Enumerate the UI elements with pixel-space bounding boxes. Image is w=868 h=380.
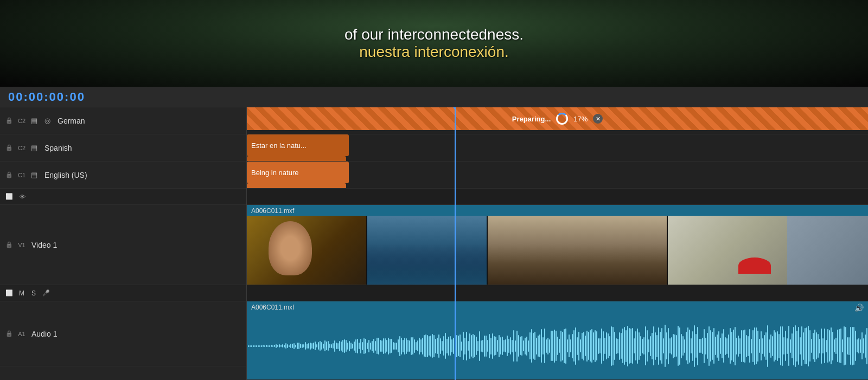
waveform-bar	[406, 338, 407, 354]
waveform-bar	[272, 345, 273, 347]
video-thumb-4	[668, 216, 787, 285]
waveform-bar	[411, 337, 412, 355]
waveform-bar	[559, 339, 560, 353]
lock-icon-spanish[interactable]	[4, 143, 14, 153]
waveform-bar	[360, 339, 361, 353]
waveform-bar	[722, 333, 723, 358]
waveform-bar	[549, 339, 550, 353]
lock-icon-german[interactable]	[4, 116, 14, 126]
waveform-bar	[637, 329, 638, 364]
view-icon-german[interactable]	[42, 116, 52, 126]
waveform-bar	[461, 342, 462, 351]
waveform-bar	[342, 340, 343, 352]
waveform-bar	[748, 336, 749, 356]
audio-clip[interactable]: A006C011.mxf 🔊	[247, 301, 868, 379]
waveform-bar	[738, 336, 739, 357]
waveform-bar	[735, 327, 736, 365]
subtitle-icon-spanish[interactable]	[29, 143, 39, 153]
waveform-bar	[380, 340, 381, 352]
waveform-bar	[741, 330, 742, 362]
waveform-bar	[608, 333, 609, 358]
waveform-bar	[840, 329, 841, 363]
waveform-bar	[313, 343, 314, 349]
waveform-bar	[746, 335, 747, 357]
waveform-bar	[250, 345, 251, 347]
waveform-bar	[590, 330, 591, 362]
waveform-bar	[531, 329, 532, 363]
waveform-bar	[665, 325, 666, 367]
waveform-bar	[386, 340, 387, 352]
subtitle-english: of our interconnectedness.	[344, 26, 524, 43]
solo-label[interactable]: S	[29, 289, 38, 297]
video-clip[interactable]: A006C011.mxf	[247, 205, 868, 285]
waveform-bar	[704, 329, 705, 363]
waveform-bar	[526, 337, 527, 356]
waveform-bar	[642, 339, 643, 353]
waveform-bar	[702, 338, 703, 354]
waveform-bar	[652, 333, 653, 359]
video-export-icon[interactable]	[4, 192, 14, 202]
spanish-clip-2[interactable]: nos recuerda...	[247, 156, 346, 162]
waveform-bar	[671, 337, 672, 355]
subtitle-icon-english[interactable]	[29, 170, 39, 180]
waveform-bar	[482, 340, 483, 352]
eye-icon[interactable]	[17, 192, 27, 202]
spanish-clip-1[interactable]: Estar en la natu...	[247, 134, 349, 156]
english-clip-1[interactable]: Being in nature	[247, 162, 349, 183]
waveform-bar	[857, 339, 858, 352]
waveform-bar	[658, 327, 659, 365]
waveform-bar	[533, 333, 534, 359]
waveform-bar	[725, 337, 726, 355]
subtitle-icon-german[interactable]	[29, 116, 39, 126]
cancel-button[interactable]: ✕	[593, 114, 603, 124]
playhead[interactable]	[455, 107, 456, 380]
waveform-bar	[831, 327, 832, 364]
waveform-bar	[736, 338, 737, 355]
lock-icon-audio[interactable]	[4, 329, 14, 339]
waveform-bar	[285, 343, 286, 349]
waveform-bar	[305, 342, 306, 350]
waveform-bar	[320, 341, 321, 351]
track-row-english: Being in nature reminds us of Every wave…	[247, 162, 868, 189]
waveform-bar	[754, 327, 755, 365]
waveform-bar	[790, 339, 791, 353]
english-clip-1-text: Being in nature	[251, 169, 298, 177]
english-clip-2[interactable]: reminds us of	[247, 183, 346, 189]
waveform-bar	[844, 326, 845, 365]
waveform-bar	[575, 327, 576, 365]
waveform-bar	[627, 326, 628, 366]
waveform-bar	[796, 331, 797, 362]
waveform-bar	[409, 340, 410, 352]
waveform-bar	[772, 336, 773, 356]
waveform-bar	[709, 326, 710, 366]
track-row-audio-controls	[247, 285, 868, 301]
waveform-bar	[269, 345, 270, 347]
waveform-bar	[367, 343, 368, 349]
waveform-bar	[578, 332, 579, 360]
waveform-bar	[842, 339, 843, 352]
waveform-bar	[783, 337, 784, 355]
audio-speaker-icon: 🔊	[854, 304, 864, 312]
lock-icon-english[interactable]	[4, 170, 14, 180]
mic-icon[interactable]	[41, 288, 51, 298]
audio-export-icon[interactable]	[4, 288, 14, 298]
waveform-bar	[774, 330, 775, 362]
waveform-bar	[303, 344, 304, 347]
subtitle-overlay: of our interconnectedness. nuestra inter…	[344, 26, 524, 61]
waveform-bar	[853, 327, 854, 365]
track-row-audio: A006C011.mxf 🔊	[247, 301, 868, 380]
mute-label[interactable]: M	[17, 289, 26, 297]
video-thumb-2	[367, 216, 487, 285]
waveform-bar	[334, 340, 335, 352]
waveform-bar	[769, 339, 770, 353]
waveform-bar	[512, 340, 513, 352]
waveform-bar	[650, 336, 651, 356]
waveform-bar	[297, 343, 298, 349]
waveform-bar	[606, 332, 607, 359]
waveform-bar	[248, 345, 249, 347]
waveform-bar	[331, 344, 332, 348]
waveform-bar	[813, 333, 814, 359]
waveform-bar	[681, 334, 682, 358]
waveform-bar	[362, 342, 363, 350]
lock-icon-video[interactable]	[4, 240, 14, 250]
